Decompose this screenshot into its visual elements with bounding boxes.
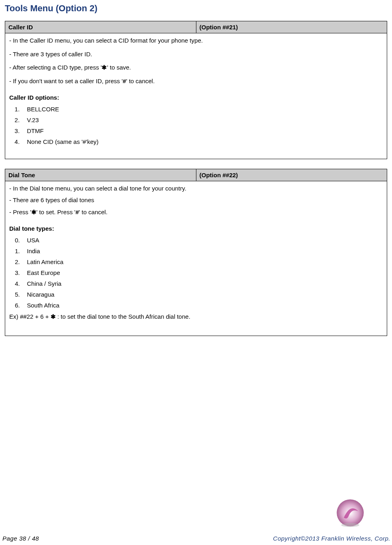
- page-footer: Page 38 / 48 Copyright©2013 Franklin Wir…: [0, 511, 392, 542]
- dial-tone-example: Ex) ##22 + 6 + ✱ : to set the dial tone …: [9, 313, 383, 321]
- dial-tone-header-name: Dial Tone: [5, 169, 196, 181]
- dial-tone-line: - There are 6 types of dial tones: [9, 196, 383, 204]
- list-item: BELLCORE: [21, 106, 383, 113]
- list-item: USA: [21, 237, 383, 244]
- dial-tone-body: - In the Dial tone menu, you can select …: [9, 184, 383, 321]
- caller-id-body: - In the Caller ID menu, you can select …: [9, 37, 383, 145]
- list-item: China / Syria: [21, 280, 383, 287]
- caller-id-line: - In the Caller ID menu, you can select …: [9, 37, 383, 45]
- caller-id-subhead: Caller ID options:: [9, 94, 383, 102]
- footer-copyright: Copyright©2013 Franklin Wireless, Corp.: [273, 535, 390, 542]
- list-item: East Europe: [21, 269, 383, 276]
- caller-id-header-name: Caller ID: [5, 21, 196, 33]
- caller-id-options-list: BELLCORE V.23 DTMF None CID (same as '#'…: [21, 106, 383, 145]
- dial-tone-subhead-text: Dial tone types:: [9, 225, 54, 232]
- dial-tone-subhead: Dial tone types:: [9, 225, 383, 233]
- caller-id-header-option: (Option ##21): [196, 21, 387, 33]
- list-item: India: [21, 248, 383, 254]
- caller-id-table: Caller ID (Option ##21) - In the Caller …: [5, 21, 387, 159]
- dial-tone-header-option: (Option ##22): [196, 169, 387, 181]
- list-item: Latin America: [21, 258, 383, 265]
- list-item: Nicaragua: [21, 291, 383, 298]
- dial-tone-options-list: USA India Latin America East Europe Chin…: [21, 237, 383, 309]
- list-item: DTMF: [21, 127, 383, 134]
- svg-point-1: [341, 523, 359, 527]
- page-title: Tools Menu (Option 2): [5, 3, 387, 14]
- caller-id-line: - After selecting a CID type, press '✱' …: [9, 64, 383, 72]
- company-logo-icon: [334, 497, 366, 529]
- dial-tone-line: - Press '✱' to set. Press '#' to cancel.: [9, 208, 383, 216]
- list-item: South Africa: [21, 302, 383, 309]
- dial-tone-table: Dial Tone (Option ##22) - In the Dial to…: [5, 169, 387, 336]
- list-item: None CID (same as '#'key): [21, 138, 383, 145]
- list-item: V.23: [21, 117, 383, 123]
- caller-id-line: - There are 3 types of caller ID.: [9, 50, 383, 58]
- dial-tone-line: - In the Dial tone menu, you can select …: [9, 184, 383, 193]
- caller-id-line: - If you don't want to set a caller ID, …: [9, 77, 383, 85]
- footer-page-number: Page 38 / 48: [2, 535, 39, 542]
